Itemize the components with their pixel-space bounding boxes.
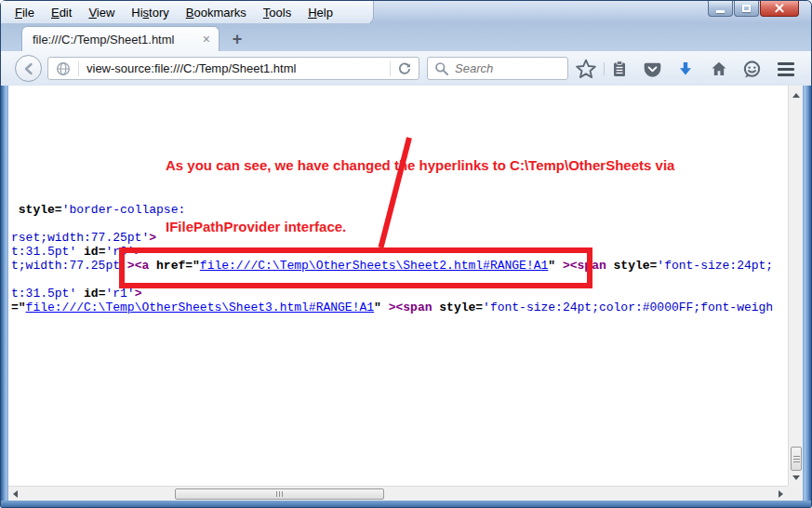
close-button[interactable]: [760, 1, 799, 17]
source-text: id=: [84, 287, 105, 301]
downloads-button[interactable]: [674, 58, 697, 80]
maximize-icon: [742, 5, 751, 12]
minimize-icon: [716, 10, 725, 13]
source-text: 'border-collapse:: [62, 203, 186, 217]
minimize-button[interactable]: [708, 1, 733, 17]
source-text: =": [11, 301, 26, 314]
source-text: 'font-size:24pt;: [657, 259, 773, 273]
new-tab-button[interactable]: +: [225, 29, 249, 49]
vertical-scrollbar[interactable]: [788, 86, 803, 486]
home-icon: [710, 60, 728, 78]
window-border-bottom: [1, 501, 811, 507]
source-row: ="file:///C:\Temp\OtherSheets\Sheet3.htm…: [11, 301, 773, 314]
tab-title: file:///C:/Temp/Sheet1.html: [22, 33, 194, 47]
menu-item-view[interactable]: View: [80, 3, 123, 22]
hello-smiley-icon: [742, 60, 762, 79]
scrollbar-corner: [788, 486, 803, 501]
horizontal-scrollbar-thumb[interactable]: [175, 488, 384, 500]
back-button[interactable]: [15, 55, 42, 82]
hamburger-menu-icon: [778, 62, 794, 76]
scroll-left-icon[interactable]: [13, 490, 18, 498]
source-text: [11, 203, 19, 217]
source-text: >: [135, 287, 142, 301]
source-text: >: [149, 231, 156, 245]
url-bar[interactable]: view-source:file:///C:/Temp/Sheet1.html: [47, 57, 419, 80]
source-text: ><span: [389, 301, 433, 314]
menu-bar: FileEditViewHistoryBookmarksToolsHelp: [1, 1, 374, 25]
source-text: t;width:77.25pt': [11, 259, 127, 273]
source-text: style=: [19, 203, 62, 217]
window-controls: [708, 1, 799, 17]
search-icon: [434, 61, 449, 76]
bookmarks-menu-button[interactable]: [608, 58, 631, 80]
source-hyperlink[interactable]: file:///C:\Temp\OtherSheets\Sheet3.html#…: [26, 301, 374, 314]
menu-button[interactable]: [775, 58, 797, 80]
search-box[interactable]: Search: [427, 57, 568, 80]
menu-item-file[interactable]: File: [7, 3, 43, 22]
star-icon: [576, 59, 596, 79]
source-text: rset;width:77.25pt': [11, 231, 149, 245]
menu-item-bookmarks[interactable]: Bookmarks: [178, 3, 255, 22]
source-text: t:31.5pt': [11, 287, 76, 301]
source-row: t:31.5pt' id='r1'>: [11, 287, 773, 301]
window-border-left: [1, 86, 8, 501]
source-text: style=: [433, 301, 484, 314]
source-text: 'font-size:24pt;color:#0000FF;font-weigh: [483, 301, 773, 314]
menu-item-edit[interactable]: Edit: [43, 3, 80, 22]
tab-close-icon[interactable]: ×: [194, 32, 219, 47]
bookmark-star-button[interactable]: [575, 58, 597, 80]
browser-window: FileEditViewHistoryBookmarksToolsHelp fi…: [0, 0, 812, 508]
urlbar-separator-2: [390, 61, 391, 76]
scroll-right-icon[interactable]: [779, 490, 783, 498]
bookmarks-clipboard-icon: [610, 60, 629, 78]
maximize-button[interactable]: [734, 1, 759, 17]
page-content: As you can see, we have changed the hype…: [8, 86, 788, 486]
nav-toolbar: view-source:file:///C:/Temp/Sheet1.html …: [1, 51, 811, 87]
source-text: t:31.5pt': [11, 245, 76, 259]
source-row: rset;width:77.25pt'>: [11, 231, 773, 245]
menu-item-tools[interactable]: Tools: [255, 3, 300, 22]
source-text: 'r1': [105, 287, 134, 301]
hello-button[interactable]: [740, 58, 763, 80]
window-border-right: [803, 86, 811, 501]
scroll-down-icon[interactable]: [792, 475, 800, 480]
menu-item-history[interactable]: History: [123, 3, 177, 22]
scroll-up-icon[interactable]: [792, 93, 800, 98]
pocket-button[interactable]: [641, 58, 663, 80]
source-text: style=: [606, 259, 658, 273]
highlight-box: [119, 247, 592, 288]
pocket-icon: [643, 60, 662, 79]
globe-icon: [56, 61, 71, 76]
download-icon: [676, 60, 695, 78]
toolbar-separator: [604, 62, 605, 75]
source-text: [76, 287, 84, 301]
home-button[interactable]: [708, 58, 730, 80]
source-text: [76, 245, 84, 259]
menu-item-help[interactable]: Help: [300, 3, 341, 22]
annotation-line-1: As you can see, we have changed the hype…: [166, 155, 674, 176]
source-text: id=: [84, 245, 105, 259]
tab-sheet1[interactable]: file:///C:/Temp/Sheet1.html ×: [21, 26, 220, 51]
title-bar: FileEditViewHistoryBookmarksToolsHelp: [1, 1, 811, 23]
search-placeholder: Search: [449, 61, 493, 75]
tab-strip: file:///C:/Temp/Sheet1.html × +: [1, 23, 811, 51]
reload-icon[interactable]: [397, 61, 412, 76]
back-icon: [20, 60, 37, 77]
url-text[interactable]: view-source:file:///C:/Temp/Sheet1.html: [79, 61, 390, 75]
vertical-scrollbar-thumb[interactable]: [791, 447, 802, 471]
horizontal-scrollbar[interactable]: [8, 486, 788, 501]
source-text: ": [374, 301, 389, 314]
source-row: [11, 217, 773, 231]
